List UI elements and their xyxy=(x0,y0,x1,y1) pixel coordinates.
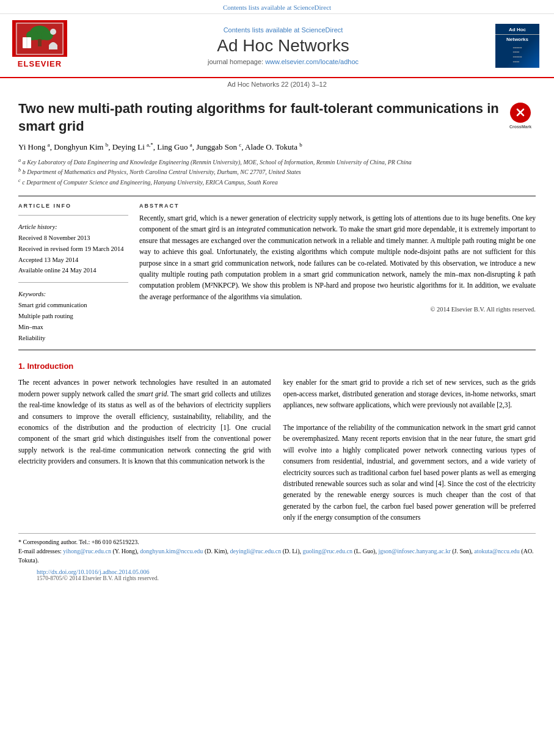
authors-line: Yi Hong a, Donghyun Kim b, Deying Li a,*… xyxy=(18,141,536,153)
intro-left: The recent advances in power network tec… xyxy=(18,377,271,523)
elsevier-logo-image xyxy=(12,20,67,57)
email-link-3[interactable]: deyingli@ruc.edu.cn xyxy=(230,548,282,554)
crossmark[interactable]: CrossMark xyxy=(505,103,536,129)
email-link-6[interactable]: atokuta@nccu.edu xyxy=(474,548,519,554)
elsevier-wordmark: ELSEVIER xyxy=(18,59,62,68)
article-info-col: ARTICLE INFO Article history: Received 8… xyxy=(18,203,128,343)
intro-section: 1. Introduction The recent advances in p… xyxy=(18,362,536,523)
affiliation-c: c c Department of Computer Science and E… xyxy=(18,177,536,187)
footnote-area: * Corresponding author. Tel.: +86 010 62… xyxy=(18,533,536,565)
copyright: © 2014 Elsevier B.V. All rights reserved… xyxy=(139,306,536,313)
svg-point-6 xyxy=(50,29,56,35)
keyword-4: Reliability xyxy=(18,333,128,344)
intro-body: The recent advances in power network tec… xyxy=(18,377,536,523)
affiliation-a: a a Key Laboratory of Data Engineering a… xyxy=(18,157,536,167)
journal-center: Contents lists available at ScienceDirec… xyxy=(79,20,487,71)
email-link-4[interactable]: guoling@ruc.edu.cn xyxy=(302,548,352,554)
article-info-label: ARTICLE INFO xyxy=(18,203,128,209)
keywords-section: Keywords: Smart grid communication Multi… xyxy=(18,289,128,343)
journal-title: Ad Hoc Networks xyxy=(217,36,349,56)
logo-decoration: ▪▪▪▪▪▪▪▪▪▪▪▪▪▪▪▪▪▪▪▪▪▪▪▪ xyxy=(511,46,525,65)
keywords-label: Keywords: xyxy=(18,289,128,300)
article-info-abstract: ARTICLE INFO Article history: Received 8… xyxy=(18,203,536,343)
corresponding-note: * Corresponding author. Tel.: +86 010 62… xyxy=(18,537,536,547)
email-link-2[interactable]: donghyun.kim@nccu.edu xyxy=(140,548,203,554)
integrated-word: integrated xyxy=(236,225,265,233)
issn-text: 1570-8705/© 2014 Elsevier B.V. All right… xyxy=(37,575,517,581)
abstract-col: ABSTRACT Recently, smart grid, which is … xyxy=(139,203,536,343)
main-content: Two new multi-path routing algorithms fo… xyxy=(0,90,554,591)
citation-bar: Ad Hoc Networks 22 (2014) 3–12 xyxy=(0,78,554,90)
accepted-date: Accepted 13 May 2014 xyxy=(18,255,128,266)
history-label: Article history: xyxy=(18,222,128,233)
page-footer: http://dx.doi.org/10.1016/j.adhoc.2014.0… xyxy=(18,565,536,585)
email-addresses: yihong@ruc.edu.cn (Y. Hong), donghyun.ki… xyxy=(18,548,534,564)
svg-rect-5 xyxy=(38,39,42,46)
doi-link[interactable]: http://dx.doi.org/10.1016/j.adhoc.2014.0… xyxy=(37,569,150,575)
divider-keywords xyxy=(18,282,128,283)
received-date: Received 8 November 2013 xyxy=(18,233,128,244)
intro-heading: 1. Introduction xyxy=(18,362,536,371)
abstract-text: Recently, smart grid, which is a newer g… xyxy=(139,213,536,302)
top-bar: Contents lists available at ScienceDirec… xyxy=(0,0,554,14)
journal-logo-box: Ad Hoc Networks ▪▪▪▪▪▪▪▪▪▪▪▪▪▪▪▪▪▪▪▪▪▪▪▪ xyxy=(495,24,539,68)
logo-line1: Ad Hoc xyxy=(509,27,526,32)
crossmark-circle xyxy=(510,103,531,123)
page: Contents lists available at ScienceDirec… xyxy=(0,0,554,756)
keyword-2: Multiple path routing xyxy=(18,311,128,322)
affiliation-b: b b Department of Mathematics and Physic… xyxy=(18,167,536,176)
divider-body xyxy=(18,349,536,351)
contents-line: Contents lists available at ScienceDirec… xyxy=(224,26,343,34)
revised-date: Received in revised form 19 March 2014 xyxy=(18,244,128,255)
contents-text: Contents lists available at xyxy=(223,4,292,11)
abstract-label: ABSTRACT xyxy=(139,203,536,209)
email-link-5[interactable]: jgson@infosec.hanyang.ac.kr xyxy=(378,548,450,554)
sciencedirect-link[interactable]: ScienceDirect xyxy=(293,4,331,11)
keyword-3: Min–max xyxy=(18,322,128,333)
article-title: Two new multi-path routing algorithms fo… xyxy=(18,100,536,135)
article-history: Article history: Received 8 November 201… xyxy=(18,222,128,276)
divider-top xyxy=(18,195,536,197)
journal-logo: Ad Hoc Networks ▪▪▪▪▪▪▪▪▪▪▪▪▪▪▪▪▪▪▪▪▪▪▪▪ xyxy=(493,20,542,71)
journal-header: ELSEVIER Contents lists available at Sci… xyxy=(0,14,554,78)
crossmark-label: CrossMark xyxy=(509,124,531,129)
email-link-1[interactable]: yihong@ruc.edu.cn xyxy=(63,548,111,554)
email-label: E-mail addresses: xyxy=(18,548,62,554)
affiliations: a a Key Laboratory of Data Engineering a… xyxy=(18,157,536,187)
available-date: Available online 24 May 2014 xyxy=(18,265,128,276)
logo-line2: Networks xyxy=(506,36,528,43)
intro-right: key enabler for the smart grid to provid… xyxy=(283,377,536,523)
elsevier-logo: ELSEVIER xyxy=(6,20,73,71)
divider-info xyxy=(18,215,128,216)
journal-homepage: journal homepage: www.elsevier.com/locat… xyxy=(208,58,359,65)
email-note: E-mail addresses: yihong@ruc.edu.cn (Y. … xyxy=(18,547,536,565)
keyword-1: Smart grid communication xyxy=(18,300,128,311)
